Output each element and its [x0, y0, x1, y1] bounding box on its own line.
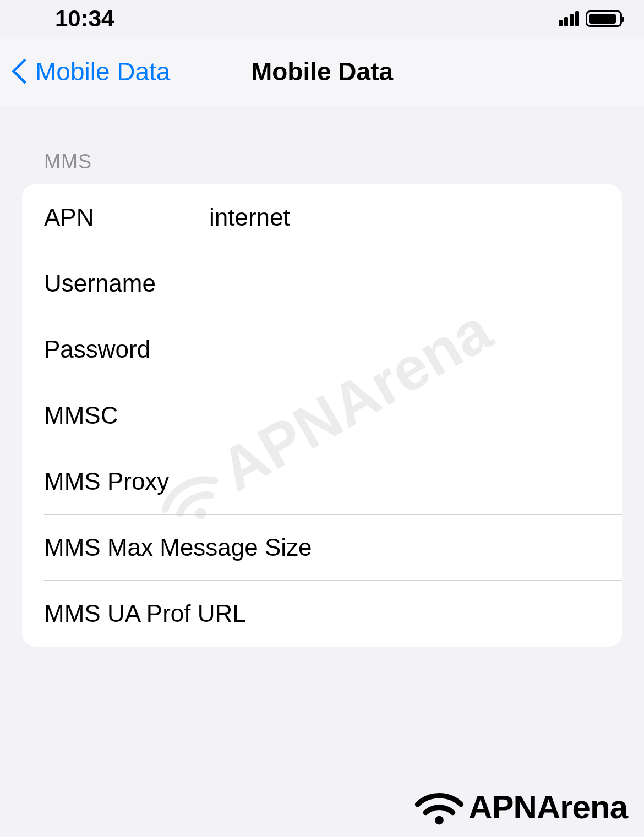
mmsc-row[interactable]: MMSC — [22, 382, 622, 448]
username-row[interactable]: Username — [22, 250, 622, 316]
mms-proxy-row[interactable]: MMS Proxy — [22, 448, 622, 515]
back-button-label: Mobile Data — [35, 57, 170, 86]
wifi-icon — [414, 787, 464, 826]
status-time: 10:34 — [55, 6, 114, 32]
chevron-left-icon — [11, 59, 24, 84]
section-header-mms: MMS — [22, 150, 622, 173]
page-title: Mobile Data — [251, 57, 393, 86]
mmsc-label: MMSC — [44, 402, 209, 429]
mms-max-size-row[interactable]: MMS Max Message Size — [22, 515, 622, 581]
svg-point-1 — [435, 816, 444, 825]
username-input[interactable] — [209, 270, 600, 297]
apn-label: APN — [44, 204, 209, 231]
status-bar: 10:34 — [0, 0, 644, 37]
battery-icon — [586, 10, 622, 27]
status-icons — [559, 10, 622, 27]
mmsc-input[interactable] — [209, 402, 600, 429]
mms-max-size-label: MMS Max Message Size — [44, 534, 600, 561]
footer-brand-text: APNArena — [468, 788, 627, 826]
back-button[interactable]: Mobile Data — [0, 57, 170, 86]
password-label: Password — [44, 336, 209, 363]
navigation-bar: Mobile Data Mobile Data — [0, 37, 644, 106]
cellular-signal-icon — [559, 11, 579, 26]
mms-ua-prof-row[interactable]: MMS UA Prof URL — [22, 581, 622, 647]
settings-group-mms: APN Username Password MMSC MMS Proxy MMS… — [22, 184, 622, 647]
content-area: MMS APN Username Password MMSC MMS Proxy — [0, 106, 644, 647]
footer-brand: APNArena — [414, 787, 627, 826]
password-input[interactable] — [209, 336, 600, 363]
mms-ua-prof-label: MMS UA Prof URL — [44, 600, 600, 627]
mms-proxy-label: MMS Proxy — [44, 468, 209, 495]
username-label: Username — [44, 270, 209, 297]
apn-row[interactable]: APN — [22, 184, 622, 250]
apn-input[interactable] — [209, 204, 600, 231]
password-row[interactable]: Password — [22, 316, 622, 382]
mms-proxy-input[interactable] — [209, 468, 600, 495]
